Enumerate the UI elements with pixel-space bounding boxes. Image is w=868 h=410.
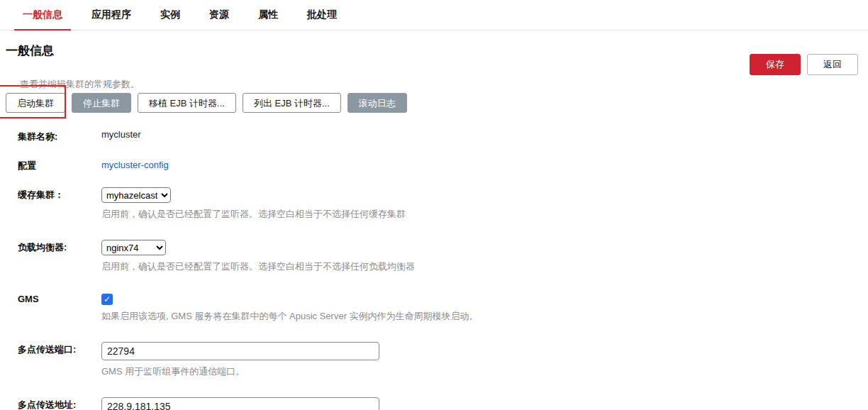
header-actions: 保存 返回 <box>750 54 858 75</box>
multicast-port-input[interactable] <box>101 342 379 360</box>
tab-applications[interactable]: 应用程序 <box>83 9 140 31</box>
save-button[interactable]: 保存 <box>750 54 801 75</box>
roll-log-button[interactable]: 滚动日志 <box>347 93 407 113</box>
cache-cluster-label: 缓存集群： <box>0 187 101 201</box>
tab-instances[interactable]: 实例 <box>152 9 189 31</box>
cache-cluster-select[interactable]: myhazelcast <box>101 187 171 203</box>
cache-cluster-row: 缓存集群： myhazelcast 启用前，确认是否已经配置了监听器。选择空白相… <box>0 187 868 221</box>
config-row: 配置 mycluster-config <box>0 158 868 172</box>
cache-cluster-hint: 启用前，确认是否已经配置了监听器。选择空白相当于不选择任何缓存集群 <box>101 208 868 221</box>
start-cluster-button[interactable]: 启动集群 <box>6 93 65 113</box>
page-description: 查看并编辑集群的常规参数。 <box>20 78 868 91</box>
tab-properties[interactable]: 属性 <box>250 9 286 31</box>
list-ejb-timers-button[interactable]: 列出 EJB 计时器... <box>243 93 341 113</box>
stop-cluster-button[interactable]: 停止集群 <box>72 93 131 113</box>
load-balancer-label: 负载均衡器: <box>0 240 101 254</box>
multicast-address-row: 多点传送地址: GMS 将在其上监听组事件的地址。对每个集群必须是唯一的。 <box>0 397 868 410</box>
multicast-address-input[interactable] <box>101 397 379 410</box>
page-title: 一般信息 <box>6 41 54 59</box>
cluster-name-label: 集群名称: <box>0 129 101 143</box>
config-label: 配置 <box>0 158 101 172</box>
cluster-name-value: mycluster <box>101 128 141 140</box>
tab-resources[interactable]: 资源 <box>201 9 238 31</box>
gms-label: GMS <box>0 292 101 304</box>
page-header: 一般信息 保存 返回 <box>6 41 858 74</box>
gms-row: GMS ✓ 如果启用该选项, GMS 服务将在集群中的每个 Apusic Ser… <box>0 292 868 323</box>
multicast-port-hint: GMS 用于监听组事件的通信端口。 <box>101 365 868 378</box>
tab-bar: 一般信息 应用程序 实例 资源 属性 批处理 <box>0 0 868 31</box>
migrate-ejb-timers-button[interactable]: 移植 EJB 计时器... <box>138 93 236 113</box>
gms-hint: 如果启用该选项, GMS 服务将在集群中的每个 Apusic Server 实例… <box>101 310 868 323</box>
back-button[interactable]: 返回 <box>807 54 858 75</box>
config-link[interactable]: mycluster-config <box>101 158 169 170</box>
multicast-port-label: 多点传送端口: <box>0 342 101 356</box>
cluster-name-row: 集群名称: mycluster <box>0 129 868 143</box>
load-balancer-row: 负载均衡器: nginx74 启用前，确认是否已经配置了监听器。选择空白相当于不… <box>0 240 868 273</box>
multicast-address-label: 多点传送地址: <box>0 397 101 410</box>
load-balancer-hint: 启用前，确认是否已经配置了监听器。选择空白相当于不选择任何负载均衡器 <box>101 260 868 273</box>
cluster-action-toolbar: 启动集群 停止集群 移植 EJB 计时器... 列出 EJB 计时器... 滚动… <box>0 93 868 113</box>
load-balancer-select[interactable]: nginx74 <box>101 240 166 255</box>
general-info-form: 集群名称: mycluster 配置 mycluster-config 缓存集群… <box>0 129 868 410</box>
tab-general-info[interactable]: 一般信息 <box>14 9 71 31</box>
gms-checkbox[interactable]: ✓ <box>101 294 113 305</box>
multicast-port-row: 多点传送端口: GMS 用于监听组事件的通信端口。 <box>0 342 868 378</box>
tab-batch[interactable]: 批处理 <box>299 9 345 31</box>
